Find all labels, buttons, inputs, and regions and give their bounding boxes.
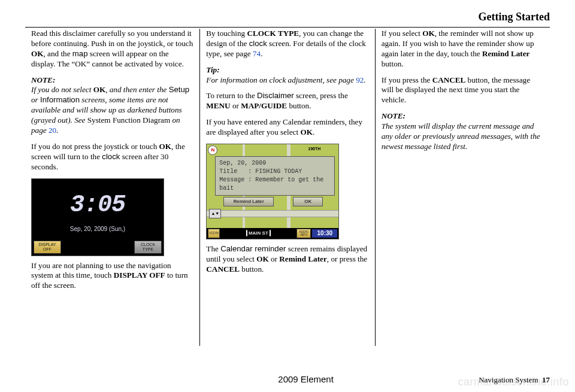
text: button.	[287, 101, 311, 110]
text: .	[313, 127, 314, 136]
remind-later-bold: Remind Later	[279, 254, 326, 263]
note-label: NOTE:	[382, 111, 544, 121]
clock-screen: 3:05 Sep, 20, 2009 (Sun,) DISPLAY OFF CL…	[31, 178, 164, 256]
popup-title-value: : FISHING TODAY	[248, 168, 302, 175]
clock-type-button[interactable]: CLOCK TYPE	[134, 241, 162, 253]
text: The system will display the current mess…	[382, 121, 540, 151]
c3-p2: If you press the CANCEL button, the mess…	[382, 75, 544, 106]
text: , and then enter the	[105, 85, 168, 94]
text: System Function Diagram	[87, 116, 170, 124]
north-icon[interactable]: N	[208, 145, 217, 155]
text: If you select	[382, 29, 422, 38]
header-rule	[25, 27, 550, 28]
current-street: MAIN ST	[220, 230, 296, 236]
text: or	[269, 254, 280, 263]
cancel-bold: CANCEL	[432, 75, 466, 84]
c1-p3: If you do not press the joystick or touc…	[31, 142, 193, 172]
clock-sans: clock	[249, 39, 267, 48]
map-sans: map	[72, 49, 88, 58]
icon-button[interactable]: ICON	[208, 229, 220, 238]
text: To return to the	[206, 91, 257, 100]
column-1: Read this disclaimer carefully so you un…	[25, 29, 199, 346]
text: If you press the	[382, 75, 432, 84]
audio-info-button[interactable]: AUDIO INFO	[296, 229, 311, 238]
clock-date: Sep, 20, 2009 (Sun,)	[70, 226, 125, 233]
c1-p4: If you are not planning to use the navig…	[31, 261, 193, 291]
tip-label: Tip:	[206, 65, 368, 75]
setup-sans: Setup	[169, 85, 189, 94]
text: .	[261, 49, 262, 58]
disclaimer-sans: Disclaimer	[257, 91, 294, 100]
mapguide-bold: MAP/GUIDE	[241, 101, 287, 110]
text: By touching	[206, 29, 247, 38]
text: If you have entered any Calendar reminde…	[206, 117, 362, 136]
column-3: If you select OK, the reminder will not …	[375, 29, 550, 346]
popup-msg-label: Message	[219, 176, 248, 184]
ok-button[interactable]: OK	[293, 197, 323, 206]
text: , and the	[44, 49, 72, 58]
ok-bold: OK	[422, 29, 435, 38]
text: button.	[382, 59, 404, 68]
text: The	[206, 244, 220, 253]
ok-bold: OK	[159, 142, 172, 151]
popup-title-label: Title	[219, 168, 248, 176]
map-time: 10:30	[312, 229, 337, 238]
c2-p5: The Calendar reminder screen remains dis…	[206, 244, 368, 275]
page-title: Getting Started	[25, 11, 550, 23]
c2-p3: To return to the Disclaimer screen, pres…	[206, 91, 368, 111]
c1-p1: Read this disclaimer carefully so you un…	[31, 29, 193, 69]
text: or	[31, 95, 40, 104]
info-sans: Information	[40, 95, 80, 104]
clock-time: 3:05	[70, 190, 125, 220]
ok-bold: OK	[93, 85, 106, 94]
note-label: NOTE:	[31, 75, 193, 86]
route-shield-icon	[246, 230, 247, 236]
zoom-control[interactable]: ▲▼	[209, 209, 221, 218]
watermark: carmanualsonline.info	[458, 376, 569, 388]
footer-model: 2009 Element	[133, 374, 479, 384]
map-footer: ICON MAIN ST AUDIO INFO 10:30	[207, 228, 338, 239]
text: screen, press the	[294, 91, 348, 100]
street-name: MAIN ST	[249, 230, 268, 236]
route-shield-icon	[270, 230, 271, 236]
remind-later-bold: Remind Later	[482, 49, 529, 58]
clock-sans: clock	[102, 152, 120, 161]
text: If you do not press the joystick or touc…	[31, 142, 159, 151]
text: , or press the	[327, 254, 367, 263]
street-label-190th: 190TH	[308, 147, 320, 152]
cancel-bold: CANCEL	[206, 265, 240, 274]
popup-msg-row: Message: Remember to get the bait	[219, 176, 331, 193]
page-link-92[interactable]: 92	[356, 75, 364, 84]
clocktype-bold: CLOCK TYPE	[247, 29, 299, 38]
c2-tip: Tip: For information on clock adjustment…	[206, 65, 368, 86]
display-off-button[interactable]: DISPLAY OFF	[34, 241, 61, 253]
popup-date: Sep, 20, 2009	[219, 159, 331, 168]
reminder-map-screen: N 190TH ▲▼ Sep, 20, 2009 Title: FISHING …	[206, 144, 339, 239]
map-road	[207, 210, 338, 217]
display-off-bold: DISPLAY OFF	[114, 271, 165, 279]
c3-note: NOTE: The system will display the curren…	[382, 111, 544, 152]
text: .	[364, 75, 365, 84]
text: .	[56, 126, 58, 135]
c2-p4: If you have entered any Calendar reminde…	[206, 117, 368, 138]
text: Read this disclaimer carefully so you un…	[31, 29, 193, 48]
ok-bold: OK	[31, 49, 44, 58]
c3-p1: If you select OK, the reminder will not …	[382, 29, 544, 69]
calendar-reminder-sans: Calendar reminder	[220, 244, 286, 253]
popup-title-row: Title: FISHING TODAY	[219, 168, 331, 176]
text: button.	[240, 265, 264, 274]
c2-p1: By touching CLOCK TYPE, you can change t…	[206, 29, 368, 59]
remind-later-button[interactable]: Remind Later	[223, 197, 274, 206]
menu-bold: MENU	[206, 101, 230, 110]
reminder-popup: Sep, 20, 2009 Title: FISHING TODAY Messa…	[215, 156, 335, 196]
text: or	[231, 101, 241, 110]
text: For information on clock adjustment, see…	[206, 75, 356, 84]
columns: Read this disclaimer carefully so you un…	[25, 29, 550, 346]
text: If you do not select	[31, 85, 93, 94]
column-2: By touching CLOCK TYPE, you can change t…	[199, 29, 374, 346]
ok-bold: OK	[300, 127, 313, 136]
ok-bold: OK	[256, 254, 269, 263]
page-link-74[interactable]: 74	[253, 49, 261, 58]
c1-note: NOTE: If you do not select OK, and then …	[31, 75, 193, 136]
page-link-20[interactable]: 20	[49, 126, 56, 135]
